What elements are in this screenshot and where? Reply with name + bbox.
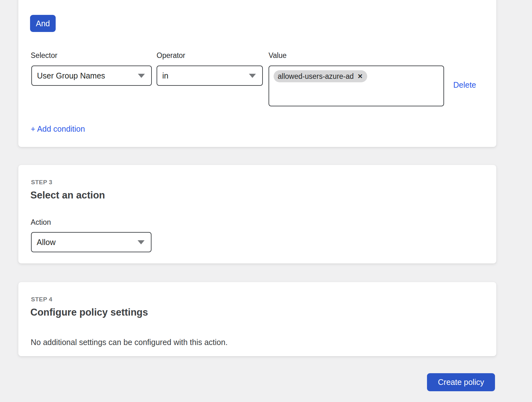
operator-dropdown[interactable]: in: [157, 66, 263, 86]
action-label: Action: [31, 218, 51, 227]
delete-condition-link[interactable]: Delete: [453, 80, 476, 90]
value-tag-text: allowed-users-azure-ad: [278, 72, 354, 81]
step3-title: Select an action: [30, 190, 105, 201]
chevron-down-icon: [138, 74, 145, 78]
conditions-card: And Selector Operator Value User Group N…: [18, 0, 497, 147]
selector-dropdown-value: User Group Names: [37, 71, 105, 80]
create-policy-button[interactable]: Create policy: [427, 373, 495, 391]
policy-settings-card: STEP 4 Configure policy settings No addi…: [18, 282, 497, 356]
selector-label: Selector: [31, 51, 57, 60]
step3-label: STEP 3: [31, 179, 53, 186]
operator-dropdown-value: in: [162, 71, 168, 80]
add-condition-link[interactable]: + Add condition: [31, 124, 85, 134]
select-action-card: STEP 3 Select an action Action Allow: [18, 165, 497, 264]
step4-label: STEP 4: [31, 296, 53, 303]
operator-label: Operator: [157, 51, 185, 60]
value-label: Value: [269, 51, 287, 60]
action-dropdown[interactable]: Allow: [31, 232, 152, 252]
chevron-down-icon: [249, 74, 256, 78]
remove-tag-icon[interactable]: ✕: [357, 73, 363, 79]
step4-title: Configure policy settings: [30, 307, 148, 318]
and-connector-button[interactable]: And: [30, 15, 56, 32]
action-dropdown-value: Allow: [37, 238, 56, 247]
value-multiselect-input[interactable]: allowed-users-azure-ad ✕: [269, 66, 444, 106]
policy-settings-description: No additional settings can be configured…: [31, 338, 228, 347]
selector-dropdown[interactable]: User Group Names: [31, 66, 152, 86]
value-tag: allowed-users-azure-ad ✕: [274, 70, 367, 82]
chevron-down-icon: [138, 240, 145, 244]
